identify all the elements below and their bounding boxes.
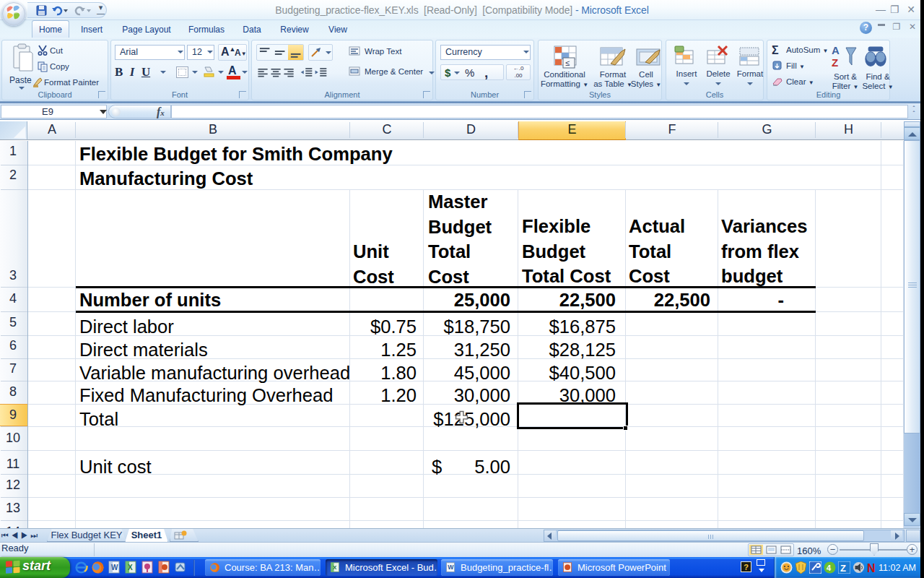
svg-text:X: X [333, 564, 337, 571]
svg-text:Z: Z [840, 563, 846, 574]
svg-text:A: A [832, 44, 840, 56]
svg-text:W: W [448, 564, 454, 571]
svg-text:≤: ≤ [565, 59, 570, 67]
svg-text:4: 4 [827, 564, 832, 572]
svg-text:Z: Z [832, 56, 838, 69]
svg-text:N: N [867, 562, 876, 574]
svg-text:X: X [128, 564, 133, 571]
svg-text:W: W [111, 564, 118, 571]
